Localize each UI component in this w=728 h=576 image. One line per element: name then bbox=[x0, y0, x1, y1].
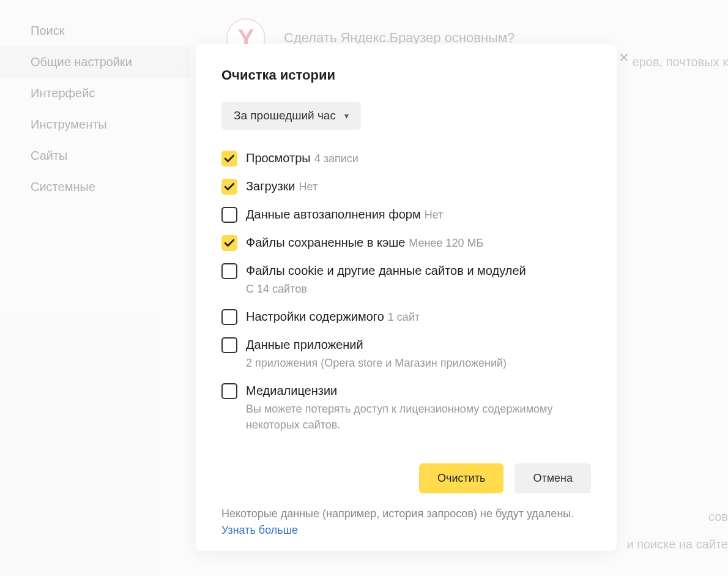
option-label: Данные приложений bbox=[246, 338, 363, 351]
clear-option[interactable]: Просмотры4 записи bbox=[221, 151, 591, 166]
clear-history-dialog: × Очистка истории За прошедший час ▾ Про… bbox=[196, 44, 617, 551]
checkbox[interactable] bbox=[221, 151, 237, 166]
option-body: Просмотры4 записи bbox=[246, 151, 591, 165]
clear-option[interactable]: Данные приложений2 приложения (Opera sto… bbox=[221, 337, 591, 371]
clear-option[interactable]: Настройки содержимого1 сайт bbox=[221, 309, 591, 325]
clear-options-list: Просмотры4 записиЗагрузкиНетДанные автоз… bbox=[221, 151, 591, 445]
option-label: Файлы cookie и другие данные сайтов и мо… bbox=[246, 264, 526, 277]
option-body: Файлы cookie и другие данные сайтов и мо… bbox=[246, 263, 591, 297]
checkbox[interactable] bbox=[221, 207, 237, 223]
option-hint: 1 сайт bbox=[388, 311, 420, 323]
footer-note: Некоторые данные (например, история запр… bbox=[221, 506, 591, 539]
option-body: ЗагрузкиНет bbox=[246, 179, 591, 193]
dialog-buttons: Очистить Отмена bbox=[221, 463, 591, 493]
close-icon[interactable]: × bbox=[619, 48, 629, 67]
time-range-select[interactable]: За прошедший час ▾ bbox=[221, 102, 361, 130]
clear-option[interactable]: Данные автозаполнения формНет bbox=[221, 207, 591, 223]
checkbox[interactable] bbox=[221, 235, 237, 251]
option-hint: 4 записи bbox=[314, 152, 358, 165]
checkbox[interactable] bbox=[221, 179, 237, 195]
option-hint: Нет bbox=[425, 209, 444, 221]
option-body: Данные автозаполнения формНет bbox=[246, 207, 591, 222]
option-hint: 2 приложения (Opera store и Магазин прил… bbox=[246, 356, 591, 371]
clear-option[interactable]: ЗагрузкиНет bbox=[221, 179, 591, 195]
time-range-value: За прошедший час bbox=[234, 109, 336, 122]
option-hint: Нет bbox=[299, 181, 318, 193]
checkbox[interactable] bbox=[221, 383, 237, 399]
option-label: Настройки содержимого bbox=[246, 310, 384, 323]
option-body: Файлы сохраненные в кэшеМенее 120 МБ bbox=[246, 235, 591, 250]
checkbox[interactable] bbox=[221, 263, 237, 279]
learn-more-link[interactable]: Узнать больше bbox=[221, 524, 298, 536]
option-body: МедиалицензииВы можете потерять доступ к… bbox=[246, 383, 591, 432]
clear-option[interactable]: МедиалицензииВы можете потерять доступ к… bbox=[221, 383, 591, 432]
option-label: Файлы сохраненные в кэше bbox=[246, 236, 405, 249]
clear-option[interactable]: Файлы cookie и другие данные сайтов и мо… bbox=[221, 263, 591, 297]
chevron-down-icon: ▾ bbox=[344, 111, 349, 121]
dialog-title: Очистка истории bbox=[221, 67, 591, 83]
cancel-button[interactable]: Отмена bbox=[514, 463, 591, 493]
option-hint: Менее 120 МБ bbox=[409, 237, 483, 249]
option-label: Данные автозаполнения форм bbox=[246, 208, 421, 221]
checkbox[interactable] bbox=[221, 337, 237, 353]
checkbox[interactable] bbox=[221, 309, 237, 325]
clear-button[interactable]: Очистить bbox=[419, 463, 503, 493]
option-hint: Вы можете потерять доступ к лицензионном… bbox=[246, 402, 591, 432]
footer-note-text: Некоторые данные (например, история запр… bbox=[221, 507, 574, 520]
option-hint: С 14 сайтов bbox=[246, 282, 591, 297]
option-label: Медиалицензии bbox=[246, 384, 337, 397]
option-body: Настройки содержимого1 сайт bbox=[246, 309, 591, 324]
clear-option[interactable]: Файлы сохраненные в кэшеМенее 120 МБ bbox=[221, 235, 591, 251]
option-label: Загрузки bbox=[246, 179, 295, 193]
option-label: Просмотры bbox=[246, 151, 311, 165]
option-body: Данные приложений2 приложения (Opera sto… bbox=[246, 337, 591, 371]
